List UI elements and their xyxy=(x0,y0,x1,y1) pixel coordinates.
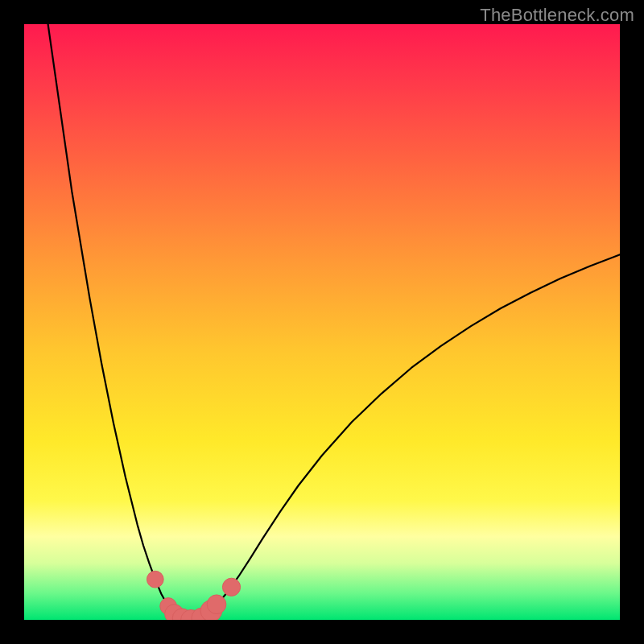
watermark-text: TheBottleneck.com xyxy=(480,5,634,26)
marker-dot xyxy=(222,578,240,596)
chart-overlay xyxy=(24,24,620,620)
curve-markers xyxy=(147,571,240,620)
marker-dot xyxy=(207,595,226,614)
bottleneck-curve xyxy=(48,24,620,620)
plot-area xyxy=(24,24,620,620)
marker-dot xyxy=(147,571,163,588)
chart-frame: TheBottleneck.com xyxy=(0,0,644,644)
